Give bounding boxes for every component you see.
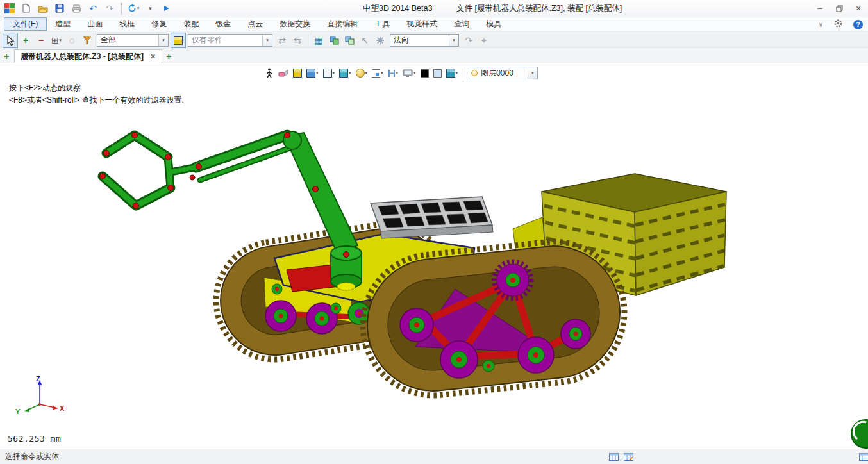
- grid-display-button[interactable]: ▦: [311, 33, 326, 48]
- floppy-icon: [55, 4, 64, 13]
- undo-button[interactable]: ↶: [85, 2, 101, 15]
- section-view-button[interactable]: ▾: [386, 66, 401, 80]
- settings-gear-icon[interactable]: [833, 19, 843, 30]
- align-horizontal-button[interactable]: ⇄: [274, 33, 290, 48]
- ribbon-tab-data-exchange[interactable]: 数据交换: [271, 17, 319, 31]
- assembly-3d-model[interactable]: Z X Y: [0, 63, 868, 449]
- display-manager-button[interactable]: ▾: [401, 66, 418, 80]
- printer-icon: [72, 4, 81, 13]
- pick-box-button[interactable]: ⊞▾: [49, 33, 64, 48]
- ribbon-tab-direct-edit[interactable]: 直接编辑: [319, 17, 366, 31]
- bg-color-blue-button[interactable]: [431, 66, 444, 80]
- ribbon-tab-surface[interactable]: 曲面: [79, 17, 111, 31]
- view-cube-icon: [446, 69, 455, 78]
- entity-filter-combo[interactable]: 全部 ▾: [97, 34, 169, 47]
- eraser-icon: [278, 69, 288, 78]
- ribbon-tab-point-cloud[interactable]: 点云: [239, 17, 271, 31]
- entity-info-table-button[interactable]: [609, 452, 619, 464]
- section-icon: [388, 69, 396, 78]
- probe-button[interactable]: ⌖: [476, 33, 492, 48]
- ribbon-tab-bar: 文件(F) 造型 曲面 线框 修复 装配 钣金 点云 数据交换 直接编辑 工具 …: [0, 17, 868, 31]
- ribbon-collapse-icon[interactable]: ∨: [819, 21, 823, 28]
- tab-close-icon[interactable]: ✕: [150, 53, 156, 61]
- ribbon-tab-visual-style[interactable]: 视觉样式: [398, 17, 446, 31]
- dropdown-arrow-icon: ▾: [396, 70, 399, 76]
- redo-button[interactable]: ↷: [102, 2, 117, 15]
- background-settings-button[interactable]: ▾: [370, 66, 385, 80]
- shaded-cube-icon: [293, 69, 302, 78]
- bg-color-black-button[interactable]: [419, 66, 431, 80]
- hidden-line-display-button[interactable]: ▾: [321, 66, 337, 80]
- print-button[interactable]: [69, 2, 84, 15]
- dropdown-arrow-icon: ▾: [349, 70, 351, 76]
- color-filter-button[interactable]: [79, 33, 95, 48]
- app-logo-icon[interactable]: [2, 2, 17, 15]
- ribbon-tab-shape[interactable]: 造型: [47, 17, 79, 31]
- wireframe-display-button[interactable]: ▾: [305, 66, 321, 80]
- part-cube-icon: [174, 36, 183, 45]
- session-table-button[interactable]: [624, 452, 633, 464]
- ribbon-tab-heal[interactable]: 修复: [143, 17, 175, 31]
- new-tab-button[interactable]: +: [0, 49, 13, 63]
- render-mode-button[interactable]: ▾: [354, 66, 370, 80]
- help-icon[interactable]: ?: [853, 20, 863, 29]
- select-add-button[interactable]: +: [18, 33, 33, 48]
- copy-geometry-button[interactable]: [326, 33, 342, 48]
- ribbon-tab-inquire[interactable]: 查询: [446, 17, 478, 31]
- select-remove-button[interactable]: −: [33, 33, 49, 48]
- app-title: 中望3D 2014 Beta3: [363, 0, 432, 17]
- close-button[interactable]: ✕: [850, 2, 867, 15]
- dropdown-arrow-icon: ▾: [149, 5, 152, 12]
- undo-icon: ↶: [89, 4, 97, 13]
- ribbon-tab-mold[interactable]: 模具: [478, 17, 510, 31]
- view-orientation-button[interactable]: ▾: [444, 66, 460, 80]
- render-sphere-icon: [356, 69, 365, 78]
- layer-combo[interactable]: 图层0000 ▾: [469, 67, 538, 79]
- status-far-right-button[interactable]: [859, 452, 868, 464]
- ribbon-tab-sheet-metal[interactable]: 钣金: [207, 17, 239, 31]
- minimize-button[interactable]: ─: [812, 2, 828, 15]
- combo-dropdown-icon[interactable]: ▾: [158, 35, 168, 46]
- table-edit-icon: [624, 453, 633, 461]
- move-geometry-button[interactable]: [342, 33, 357, 48]
- document-tab-bar: + 履带机器人总装配体.Z3 - [总装配体] ✕ +: [0, 49, 868, 63]
- part-shape-filter-button[interactable]: [171, 33, 186, 48]
- select-pointer-button[interactable]: [3, 33, 18, 48]
- save-button[interactable]: [52, 2, 67, 15]
- lightblue-swatch-icon: [433, 69, 442, 78]
- probe-target-icon: ⌖: [481, 36, 487, 45]
- combo-dropdown-icon[interactable]: ▾: [528, 67, 537, 79]
- reorient-button[interactable]: ↷: [461, 33, 476, 48]
- ribbon-tab-file[interactable]: 文件(F): [4, 17, 47, 31]
- ribbon-tab-tools[interactable]: 工具: [366, 17, 398, 31]
- part-filter-combo[interactable]: 仅有零件 ▾: [188, 34, 272, 47]
- entity-filter-value: 全部: [97, 35, 158, 46]
- new-file-button[interactable]: [19, 2, 34, 15]
- inference-button[interactable]: ↖: [357, 33, 372, 48]
- transparent-display-button[interactable]: ▾: [337, 66, 353, 80]
- blank-entity-button[interactable]: [263, 66, 276, 80]
- shaded-display-button[interactable]: [291, 66, 304, 80]
- customize-toolbar-button[interactable]: ▾: [142, 2, 158, 15]
- lasso-icon: ◌: [69, 36, 74, 45]
- add-tab-button[interactable]: +: [162, 49, 175, 63]
- combo-dropdown-icon[interactable]: ▾: [262, 35, 272, 46]
- zw3d-corner-logo: [851, 420, 868, 448]
- open-file-button[interactable]: [35, 2, 51, 15]
- restore-icon: [836, 5, 843, 12]
- document-tab[interactable]: 履带机器人总装配体.Z3 - [总装配体] ✕: [14, 49, 162, 63]
- ribbon-tab-wireframe[interactable]: 线框: [111, 17, 143, 31]
- app-window: ↶ ↷ ▾ ▾ 中望3D 2014 Beta3 文件 [履带机器人总装配体.Z3…: [0, 0, 868, 464]
- align-vertical-button[interactable]: ⇆: [290, 33, 305, 48]
- regen-button[interactable]: ▾: [126, 2, 141, 15]
- 3d-viewport[interactable]: Z X Y ▾ ▾ ▾ ▾ ▾: [0, 63, 868, 449]
- restore-button[interactable]: [831, 2, 847, 15]
- titlebar: ↶ ↷ ▾ ▾ 中望3D 2014 Beta3 文件 [履带机器人总装配体.Z3…: [0, 0, 868, 17]
- orientation-combo[interactable]: 法向 ▾: [390, 34, 459, 47]
- lasso-select-button[interactable]: ◌: [64, 33, 79, 48]
- quick-play-button[interactable]: [159, 2, 174, 15]
- ribbon-tab-assembly[interactable]: 装配: [175, 17, 207, 31]
- combo-dropdown-icon[interactable]: ▾: [449, 35, 458, 46]
- erase-button[interactable]: [276, 66, 290, 80]
- snap-options-button[interactable]: [372, 33, 388, 48]
